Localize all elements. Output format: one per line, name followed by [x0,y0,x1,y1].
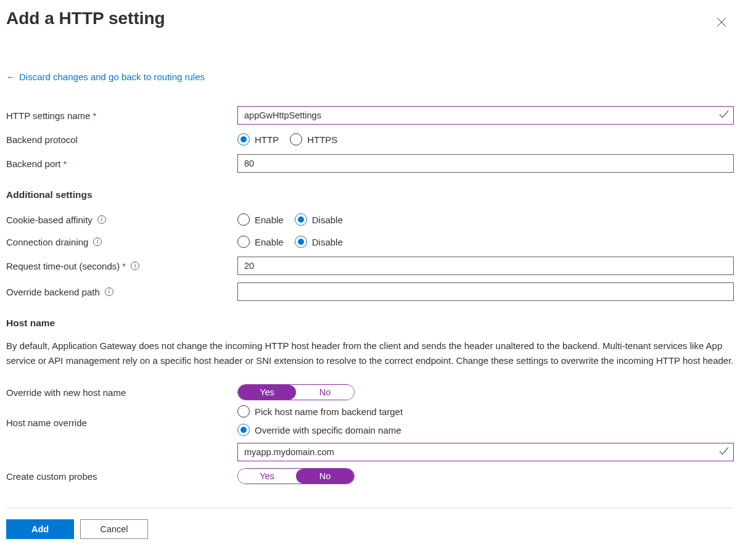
cookie-affinity-disable-radio[interactable]: Disable [295,213,343,226]
required-indicator: * [92,110,96,121]
checkmark-icon [719,447,729,458]
override-specific-radio[interactable]: Override with specific domain name [237,424,403,436]
radio-label: HTTPS [307,134,337,145]
additional-settings-heading: Additional settings [6,189,734,200]
info-icon[interactable]: i [105,287,113,296]
required-indicator: * [63,159,67,169]
domain-name-input[interactable] [237,443,734,461]
http-settings-name-input[interactable] [237,106,734,125]
cookie-affinity-label: Cookie-based affinity [6,215,92,225]
cancel-button[interactable]: Cancel [80,519,148,539]
required-indicator: * [122,261,126,271]
radio-label: Disable [312,237,343,247]
discard-back-link[interactable]: ← Discard changes and go back to routing… [6,72,205,82]
radio-label: HTTP [255,134,279,145]
protocol-http-radio[interactable]: HTTP [237,133,279,146]
back-link-label: Discard changes and go back to routing r… [19,72,205,82]
override-host-toggle[interactable]: Yes No [237,384,355,400]
radio-label: Pick host name from backend target [255,406,403,417]
custom-probes-yes[interactable]: Yes [238,469,296,484]
info-icon[interactable]: i [93,237,102,246]
close-button[interactable] [709,10,734,35]
backend-port-label: Backend port [6,159,60,169]
backend-port-input[interactable] [237,154,734,173]
override-host-no[interactable]: No [296,385,354,400]
arrow-left-icon: ← [6,72,15,82]
host-name-heading: Host name [6,318,734,329]
host-name-override-label: Host name override [6,418,87,428]
http-settings-name-label: HTTP settings name [6,110,90,121]
backend-protocol-label: Backend protocol [6,134,78,145]
cookie-affinity-enable-radio[interactable]: Enable [237,213,284,226]
dialog-title: Add a HTTP setting [6,9,165,28]
connection-draining-label: Connection draining [6,237,88,247]
request-timeout-label: Request time-out (seconds) [6,261,120,271]
host-name-description: By default, Application Gateway does not… [6,339,734,368]
custom-probes-no[interactable]: No [296,469,354,484]
override-host-yes[interactable]: Yes [238,385,296,400]
override-backend-path-input[interactable] [237,282,734,301]
request-timeout-input[interactable] [237,257,734,275]
close-icon [717,17,726,27]
info-icon[interactable]: i [97,215,106,224]
create-custom-probes-label: Create custom probes [6,471,97,482]
protocol-https-radio[interactable]: HTTPS [290,133,337,146]
custom-probes-toggle[interactable]: Yes No [237,468,355,484]
radio-label: Override with specific domain name [255,425,401,435]
checkmark-icon [719,110,729,121]
add-button[interactable]: Add [6,519,74,539]
override-backend-path-label: Override backend path [6,287,100,297]
radio-label: Enable [255,237,284,247]
pick-from-backend-radio[interactable]: Pick host name from backend target [237,405,403,418]
connection-draining-enable-radio[interactable]: Enable [237,236,284,248]
info-icon[interactable]: i [131,261,139,270]
connection-draining-disable-radio[interactable]: Disable [295,236,343,248]
radio-label: Disable [312,215,343,225]
radio-label: Enable [255,215,284,225]
override-new-host-label: Override with new host name [6,387,126,398]
